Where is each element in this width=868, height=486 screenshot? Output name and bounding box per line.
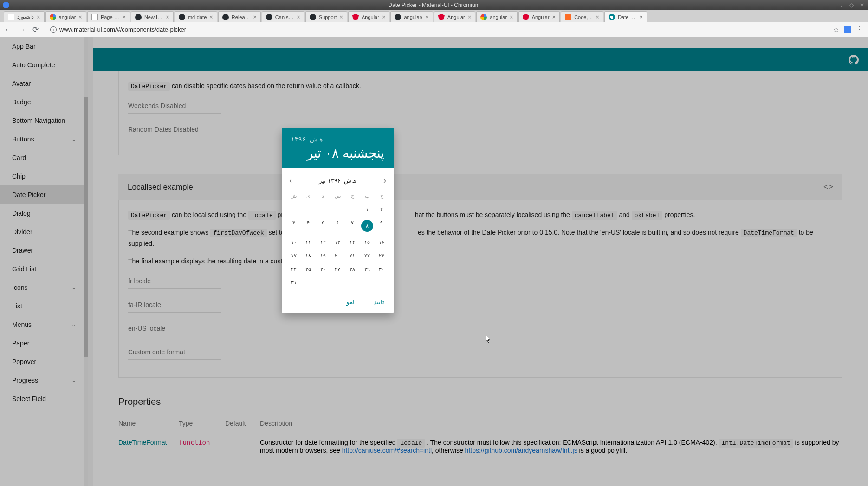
browser-tab[interactable]: Can supp× [262,11,304,22]
tab-label: md-date [188,14,207,20]
tab-close-icon[interactable]: × [640,13,643,20]
tab-favicon-icon [523,14,529,20]
tab-close-icon[interactable]: × [552,13,556,20]
browser-tab-strip: داشبورد×angular×Page No×New Issu×md-date… [0,10,868,22]
day-cell[interactable]: ۲۳ [374,249,389,262]
browser-tab[interactable]: angular/× [390,11,433,22]
tab-favicon-icon [222,14,229,20]
day-cell[interactable]: ۱۵ [360,236,375,249]
tab-close-icon[interactable]: × [510,13,513,20]
tab-close-icon[interactable]: × [122,13,126,20]
date-picker-dialog: ه‍.ش. ۱۳۹۶ پنجشنبه ۰۸ تیر ‹ ه‍.ش. ۱۳۹۶ ت… [282,128,394,313]
date-picker-selected-date[interactable]: پنجشنبه ۰۸ تیر [291,146,384,161]
day-cell[interactable]: ۱۰ [286,236,301,249]
tab-favicon-icon [395,14,401,20]
weekday-label: پ [360,191,375,201]
day-empty [345,203,360,216]
tab-close-icon[interactable]: × [468,13,472,20]
day-cell[interactable]: ۲۷ [330,262,345,276]
browser-tab[interactable]: Angular× [348,11,390,22]
window-maximize-icon[interactable]: ◇ [849,2,856,8]
day-cell[interactable]: ۷ [345,216,360,236]
ok-button[interactable]: تایید [369,296,389,308]
tab-close-icon[interactable]: × [209,13,213,20]
tab-close-icon[interactable]: × [166,13,169,20]
browser-tab[interactable]: Date Pick× [604,11,647,22]
day-cell[interactable]: ۹ [374,216,389,236]
tab-label: angular [490,14,507,20]
browser-tab[interactable]: md-date× [175,11,217,22]
tab-label: Support [319,14,337,20]
day-cell[interactable]: ۱۹ [316,249,330,262]
tab-close-icon[interactable]: × [596,13,600,20]
day-cell[interactable]: ۱۲ [316,236,330,249]
tab-close-icon[interactable]: × [78,13,82,20]
day-cell[interactable]: ۲۵ [301,262,316,276]
forward-button[interactable]: → [19,26,27,34]
browser-tab[interactable]: داشبورد× [4,11,45,22]
cancel-button[interactable]: لغو [342,296,359,308]
browser-menu-icon[interactable]: ⋮ [856,25,863,34]
extension-icon[interactable] [844,26,851,33]
tab-favicon-icon [8,14,14,20]
weekday-row: شیدسچپج [282,189,394,203]
tab-close-icon[interactable]: × [297,13,300,20]
browser-tab[interactable]: New Issu× [131,11,174,22]
browser-tab[interactable]: angular× [45,11,86,22]
day-cell[interactable]: ۲ [374,203,389,216]
chromium-app-icon [3,2,9,8]
tab-close-icon[interactable]: × [382,13,386,20]
browser-tab[interactable]: Angular× [518,11,560,22]
day-cell[interactable]: ۲۱ [345,249,360,262]
day-cell[interactable]: ۲۴ [286,262,301,276]
day-empty [345,276,360,289]
tab-favicon-icon [266,14,272,20]
tab-label: Releases [232,14,250,20]
day-cell[interactable]: ۱۳ [330,236,345,249]
day-cell[interactable]: ۲۲ [360,249,375,262]
day-cell[interactable]: ۲۶ [316,262,330,276]
day-cell[interactable]: ۴ [301,216,316,236]
browser-tab[interactable]: Support× [305,11,347,22]
bookmark-star-icon[interactable]: ☆ [833,25,839,34]
window-close-icon[interactable]: ✕ [860,2,866,8]
tab-close-icon[interactable]: × [339,13,343,20]
window-minimize-icon[interactable]: ⌄ [839,2,846,8]
day-cell[interactable]: ۱۸ [301,249,316,262]
site-info-icon[interactable]: i [50,26,57,33]
day-cell[interactable]: ۱ [360,203,375,216]
day-cell[interactable]: ۱۴ [345,236,360,249]
day-cell[interactable]: ۳۰ [374,262,389,276]
day-cell[interactable]: ۱۷ [286,249,301,262]
browser-tab[interactable]: Angular× [434,11,476,22]
browser-tab[interactable]: Code, te× [561,11,603,22]
browser-tab[interactable]: Page No× [87,11,130,22]
day-cell[interactable]: ۲۰ [330,249,345,262]
back-button[interactable]: ← [5,26,13,34]
modal-overlay[interactable] [0,37,868,486]
day-cell[interactable]: ۲۹ [360,262,375,276]
reload-button[interactable]: ⟳ [32,25,41,34]
prev-month-button[interactable]: ‹ [288,175,293,186]
url-input[interactable]: i www.material-ui.com/#/components/date-… [46,24,827,35]
date-picker-year[interactable]: ه‍.ش. ۱۳۹۶ [291,135,384,143]
day-cell[interactable]: ۵ [316,216,330,236]
next-month-button[interactable]: › [382,175,387,186]
tab-favicon-icon [50,14,56,20]
month-label: ه‍.ش. ۱۳۹۶ تیر [319,177,356,184]
browser-tab[interactable]: angular× [476,11,517,22]
day-cell[interactable]: ۳۱ [286,276,301,289]
browser-tab[interactable]: Releases× [218,11,261,22]
day-cell[interactable]: ۱۶ [374,236,389,249]
tab-close-icon[interactable]: × [37,13,40,20]
tab-close-icon[interactable]: × [253,13,257,20]
day-cell[interactable]: ۸ [360,216,375,236]
url-text: www.material-ui.com/#/components/date-pi… [59,26,186,33]
day-cell[interactable]: ۳ [286,216,301,236]
window-title: Date Picker - Material-UI - Chromium [388,2,479,8]
day-cell[interactable]: ۱۱ [301,236,316,249]
date-picker-header: ه‍.ش. ۱۳۹۶ پنجشنبه ۰۸ تیر [282,128,394,168]
day-cell[interactable]: ۶ [330,216,345,236]
tab-close-icon[interactable]: × [425,13,429,20]
day-cell[interactable]: ۲۸ [345,262,360,276]
